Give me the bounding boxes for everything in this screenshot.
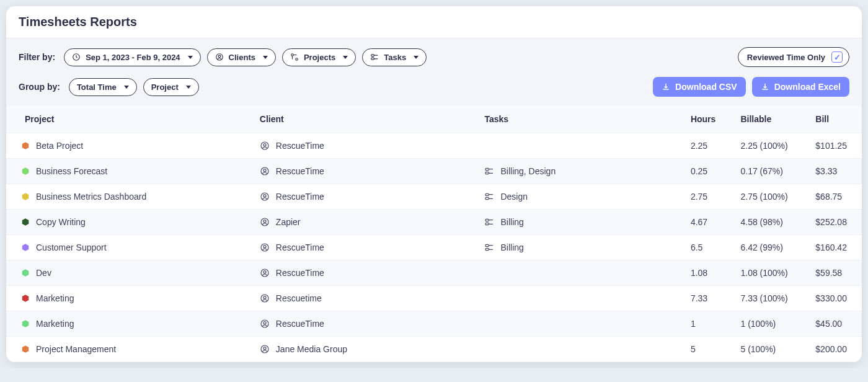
- svg-marker-7: [22, 142, 29, 149]
- billable-value: 2.25 (100%): [730, 133, 805, 159]
- hours-value: 1: [681, 311, 731, 337]
- hours-value: 4.67: [681, 210, 731, 235]
- person-icon: [260, 268, 270, 278]
- person-icon: [215, 53, 224, 61]
- table-body: Beta ProjectRescueTime2.252.25 (100%)$10…: [6, 133, 862, 362]
- billable-value: 1.08 (100%): [730, 260, 805, 286]
- client-name: RescueTime: [276, 192, 324, 202]
- client-name: RescueTime: [276, 166, 324, 176]
- col-header-bill[interactable]: Bill: [805, 105, 862, 133]
- project-name: Dev: [36, 268, 51, 278]
- person-icon: [260, 192, 270, 202]
- svg-point-21: [261, 218, 268, 226]
- chevron-down-icon: [186, 86, 191, 89]
- project-color-icon: [21, 192, 30, 201]
- bill-value: $3.33: [805, 159, 862, 184]
- svg-point-26: [261, 244, 268, 251]
- group-total-label: Total Time: [77, 82, 117, 92]
- hours-value: 0.25: [681, 159, 731, 184]
- download-csv-button[interactable]: Download CSV: [653, 77, 746, 97]
- tasks-text: Billing: [500, 242, 523, 252]
- billable-value: 0.17 (67%): [730, 159, 805, 184]
- project-name: Customer Support: [36, 242, 107, 252]
- reviewed-time-toggle[interactable]: Reviewed Time Only ✓: [738, 47, 849, 67]
- tasks-icon: [484, 217, 494, 227]
- table-row[interactable]: MarketingRescuetime7.337.33 (100%)$330.0…: [6, 286, 862, 311]
- table-row[interactable]: MarketingRescueTime11 (100%)$45.00: [6, 311, 862, 337]
- title-bar: Timesheets Reports: [6, 6, 862, 38]
- download-excel-button[interactable]: Download Excel: [752, 77, 849, 97]
- col-header-project[interactable]: Project: [6, 105, 250, 133]
- table-row[interactable]: DevRescueTime1.081.08 (100%)$59.58: [6, 260, 862, 286]
- tasks-filter[interactable]: Tasks: [362, 48, 427, 66]
- table-row[interactable]: Customer SupportRescueTimeBilling6.56.42…: [6, 235, 862, 260]
- client-name: Zapier: [276, 217, 301, 227]
- download-icon: [761, 82, 769, 91]
- svg-rect-14: [485, 172, 489, 174]
- date-range-text: Sep 1, 2023 - Feb 9, 2024: [86, 53, 180, 62]
- filter-by-label: Filter by:: [19, 52, 55, 62]
- svg-point-8: [261, 142, 268, 149]
- group-project[interactable]: Project: [143, 78, 199, 96]
- report-table: Project Client Tasks Hours Billable Bill…: [6, 105, 862, 362]
- svg-point-31: [261, 269, 268, 277]
- person-icon: [260, 217, 270, 227]
- project-name: Project Management: [36, 344, 116, 354]
- group-bar: Group by: Total Time Project Download CS…: [6, 73, 862, 105]
- client-name: RescueTime: [276, 141, 324, 151]
- table-row[interactable]: Business ForecastRescueTimeBilling, Desi…: [6, 159, 862, 184]
- projects-filter-label: Projects: [304, 53, 335, 62]
- svg-point-17: [264, 195, 266, 197]
- reviewed-time-label: Reviewed Time Only: [747, 53, 825, 62]
- bill-value: $330.00: [805, 286, 862, 311]
- tasks-icon: [484, 192, 494, 202]
- tasks-text: Billing: [500, 217, 523, 227]
- project-color-icon: [21, 345, 30, 353]
- client-name: RescueTime: [276, 268, 324, 278]
- filter-bar: Filter by: Sep 1, 2023 - Feb 9, 2024 Cli…: [6, 38, 862, 73]
- col-header-tasks[interactable]: Tasks: [474, 105, 680, 133]
- projects-filter[interactable]: Projects: [282, 48, 356, 66]
- svg-point-12: [264, 169, 266, 172]
- table-row[interactable]: Project ManagementJane Media Group55 (10…: [6, 337, 862, 362]
- person-icon: [260, 166, 270, 176]
- col-header-client[interactable]: Client: [250, 105, 475, 133]
- svg-point-41: [264, 347, 266, 350]
- svg-marker-20: [22, 218, 29, 226]
- download-icon: [662, 82, 670, 91]
- chevron-down-icon: [188, 56, 193, 59]
- table-header: Project Client Tasks Hours Billable Bill: [6, 105, 862, 133]
- svg-rect-29: [485, 248, 489, 250]
- table-row[interactable]: Beta ProjectRescueTime2.252.25 (100%)$10…: [6, 133, 862, 159]
- svg-rect-13: [485, 168, 489, 170]
- bill-value: $200.00: [805, 337, 862, 362]
- svg-point-27: [264, 246, 266, 248]
- tasks-filter-label: Tasks: [384, 53, 406, 62]
- svg-rect-28: [485, 244, 489, 246]
- client-name: Jane Media Group: [276, 344, 347, 354]
- project-color-icon: [21, 269, 30, 277]
- svg-rect-23: [485, 219, 489, 221]
- group-total-time[interactable]: Total Time: [69, 78, 137, 96]
- col-header-billable[interactable]: Billable: [730, 105, 805, 133]
- client-name: Rescuetime: [276, 293, 322, 303]
- page-title: Timesheets Reports: [19, 15, 849, 29]
- project-color-icon: [21, 218, 30, 226]
- bill-value: $101.25: [805, 133, 862, 159]
- svg-point-38: [264, 322, 266, 324]
- hours-value: 1.08: [681, 260, 731, 286]
- table-row[interactable]: Business Metrics DashboardRescueTimeDesi…: [6, 184, 862, 210]
- reviewed-checkbox: ✓: [831, 51, 843, 63]
- table-row[interactable]: Copy WritingZapierBilling4.674.58 (98%)$…: [6, 210, 862, 235]
- clients-filter[interactable]: Clients: [207, 48, 276, 66]
- date-range-filter[interactable]: Sep 1, 2023 - Feb 9, 2024: [64, 48, 200, 66]
- svg-rect-19: [485, 197, 489, 199]
- hours-value: 2.75: [681, 184, 731, 210]
- svg-point-40: [261, 345, 268, 353]
- billable-value: 6.42 (99%): [730, 235, 805, 260]
- svg-marker-33: [22, 295, 29, 302]
- billable-value: 7.33 (100%): [730, 286, 805, 311]
- chevron-down-icon: [263, 56, 268, 59]
- col-header-hours[interactable]: Hours: [681, 105, 731, 133]
- svg-point-35: [264, 296, 266, 299]
